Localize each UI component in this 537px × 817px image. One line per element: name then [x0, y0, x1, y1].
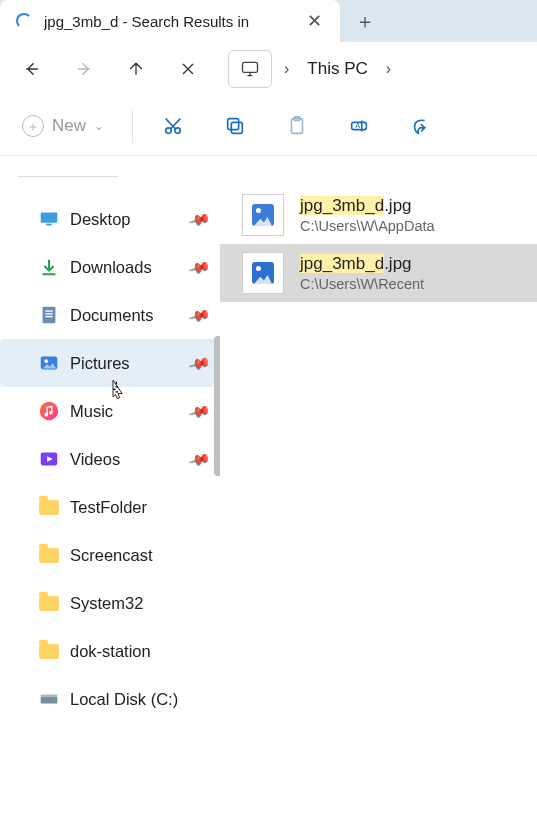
command-toolbar: ＋ New ⌄ A	[0, 96, 537, 156]
copy-button[interactable]	[213, 104, 257, 148]
new-menu-button[interactable]: ＋ New ⌄	[12, 109, 114, 143]
separator	[132, 109, 133, 143]
sidebar-item-label: dok-station	[70, 642, 151, 661]
breadcrumb-location[interactable]: This PC	[301, 59, 373, 79]
sidebar-item-label: TestFolder	[70, 498, 147, 517]
svg-rect-13	[45, 313, 52, 314]
folder-icon	[38, 640, 60, 662]
sidebar-item-label: Music	[70, 402, 113, 421]
pin-icon: 📌	[188, 304, 211, 326]
share-button[interactable]	[399, 104, 443, 148]
chevron-right-icon[interactable]: ›	[380, 60, 397, 78]
file-thumbnail	[242, 194, 284, 236]
file-thumbnail	[242, 252, 284, 294]
sidebar-item-label: Desktop	[70, 210, 131, 229]
sidebar-item-system32[interactable]: System32	[0, 579, 220, 627]
desktop-icon	[38, 208, 60, 230]
svg-rect-12	[45, 310, 52, 311]
pin-icon: 📌	[188, 208, 211, 230]
svg-text:A: A	[355, 121, 360, 130]
address-bar[interactable]: › This PC ›	[228, 50, 397, 88]
folder-icon	[38, 496, 60, 518]
content-area: Desktop📌Downloads📌Documents📌Pictures📌Mus…	[0, 156, 537, 817]
svg-rect-3	[231, 122, 242, 133]
pin-icon: 📌	[188, 448, 211, 470]
image-file-icon	[252, 204, 274, 226]
svg-point-1	[166, 127, 172, 132]
search-result-item[interactable]: jpg_3mb_d.jpgC:\Users\W\Recent	[220, 244, 537, 302]
arrow-right-icon	[74, 59, 94, 79]
x-icon	[178, 59, 198, 79]
svg-point-19	[49, 411, 53, 415]
file-name: jpg_3mb_d.jpg	[300, 196, 435, 216]
share-icon	[410, 115, 432, 137]
file-name: jpg_3mb_d.jpg	[300, 254, 424, 274]
location-root-button[interactable]	[228, 50, 272, 88]
file-meta: jpg_3mb_d.jpgC:\Users\W\Recent	[300, 254, 424, 292]
sidebar-item-downloads[interactable]: Downloads📌	[0, 243, 220, 291]
sidebar-divider	[18, 176, 118, 177]
rename-icon: A	[348, 115, 370, 137]
arrow-left-icon	[22, 59, 42, 79]
file-meta: jpg_3mb_d.jpgC:\Users\W\AppData	[300, 196, 435, 234]
monitor-icon	[240, 59, 260, 79]
sidebar-item-documents[interactable]: Documents📌	[0, 291, 220, 339]
clipboard-icon	[286, 115, 308, 137]
pictures-icon	[38, 352, 60, 374]
svg-rect-9	[41, 213, 58, 223]
rename-button[interactable]: A	[337, 104, 381, 148]
sidebar-item-local-disk-c-[interactable]: Local Disk (C:)	[0, 675, 220, 723]
svg-rect-22	[41, 694, 58, 697]
new-label: New	[52, 116, 86, 136]
copy-icon	[224, 115, 246, 137]
sidebar-item-testfolder[interactable]: TestFolder	[0, 483, 220, 531]
paste-button[interactable]	[275, 104, 319, 148]
tab-close-button[interactable]: ✕	[301, 10, 328, 32]
svg-rect-4	[228, 118, 239, 129]
chevron-down-icon: ⌄	[94, 119, 104, 133]
sidebar-item-label: Videos	[70, 450, 120, 469]
disk-icon	[38, 688, 60, 710]
folder-icon	[38, 544, 60, 566]
videos-icon	[38, 448, 60, 470]
tab-title: jpg_3mb_d - Search Results in	[44, 13, 289, 30]
plus-circle-icon: ＋	[22, 115, 44, 137]
sidebar-item-videos[interactable]: Videos📌	[0, 435, 220, 483]
cancel-navigation-button[interactable]	[166, 47, 210, 91]
chevron-right-icon[interactable]: ›	[278, 60, 295, 78]
sidebar-item-desktop[interactable]: Desktop📌	[0, 195, 220, 243]
svg-point-23	[53, 699, 55, 701]
svg-point-18	[44, 413, 48, 417]
file-path: C:\Users\W\Recent	[300, 276, 424, 292]
sidebar-item-label: Documents	[70, 306, 153, 325]
new-tab-button[interactable]: ＋	[340, 0, 390, 42]
svg-rect-10	[46, 224, 52, 226]
sidebar-item-label: System32	[70, 594, 143, 613]
forward-button[interactable]	[62, 47, 106, 91]
search-result-item[interactable]: jpg_3mb_d.jpgC:\Users\W\AppData	[220, 186, 537, 244]
image-file-icon	[252, 262, 274, 284]
mouse-cursor-icon	[108, 378, 128, 404]
document-icon	[38, 304, 60, 326]
tab-active[interactable]: jpg_3mb_d - Search Results in ✕	[0, 0, 340, 42]
sidebar-item-dok-station[interactable]: dok-station	[0, 627, 220, 675]
arrow-up-icon	[126, 59, 146, 79]
navigation-bar: › This PC ›	[0, 42, 537, 96]
sidebar-item-label: Pictures	[70, 354, 130, 373]
file-path: C:\Users\W\AppData	[300, 218, 435, 234]
pin-icon: 📌	[188, 352, 211, 374]
pin-icon: 📌	[188, 256, 211, 278]
svg-rect-0	[243, 62, 258, 72]
folder-icon	[38, 592, 60, 614]
tab-bar: jpg_3mb_d - Search Results in ✕ ＋	[0, 0, 537, 42]
up-button[interactable]	[114, 47, 158, 91]
search-results-pane: jpg_3mb_d.jpgC:\Users\W\AppDatajpg_3mb_d…	[220, 156, 537, 817]
sidebar-item-screencast[interactable]: Screencast	[0, 531, 220, 579]
back-button[interactable]	[10, 47, 54, 91]
cut-button[interactable]	[151, 104, 195, 148]
sidebar-item-label: Screencast	[70, 546, 153, 565]
svg-point-16	[44, 359, 48, 363]
loading-spinner-icon	[16, 13, 32, 29]
svg-point-17	[40, 402, 58, 420]
svg-rect-11	[43, 307, 56, 324]
